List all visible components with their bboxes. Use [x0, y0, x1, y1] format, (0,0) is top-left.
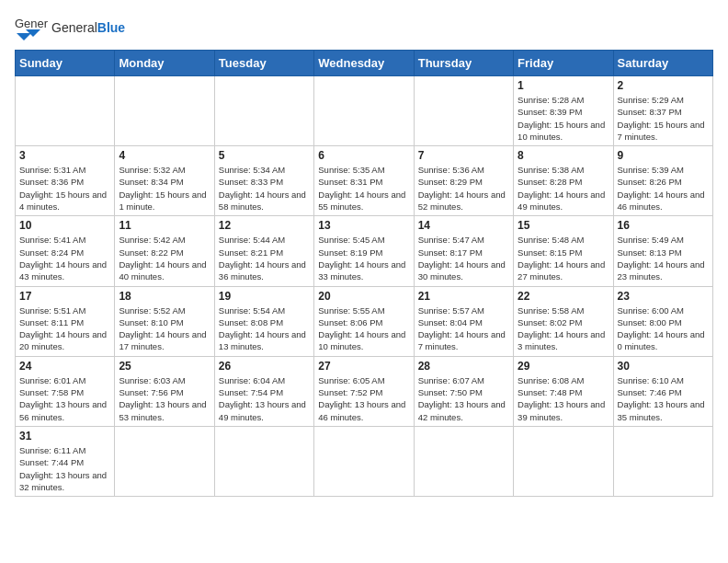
day-cell: 4Sunrise: 5:32 AM Sunset: 8:34 PM Daylig…	[115, 146, 214, 216]
day-number: 5	[219, 149, 310, 162]
weekday-header-saturday: Saturday	[613, 51, 712, 76]
day-info: Sunrise: 5:58 AM Sunset: 8:02 PM Dayligh…	[518, 304, 609, 353]
day-cell: 24Sunrise: 6:01 AM Sunset: 7:58 PM Dayli…	[16, 356, 115, 426]
day-number: 23	[618, 290, 709, 303]
day-info: Sunrise: 6:04 AM Sunset: 7:54 PM Dayligh…	[219, 374, 310, 423]
day-cell: 19Sunrise: 5:54 AM Sunset: 8:08 PM Dayli…	[214, 286, 313, 356]
day-info: Sunrise: 5:54 AM Sunset: 8:08 PM Dayligh…	[219, 304, 310, 353]
day-number: 2	[618, 79, 709, 92]
day-number: 22	[518, 290, 609, 303]
day-info: Sunrise: 5:51 AM Sunset: 8:11 PM Dayligh…	[19, 304, 110, 353]
day-number: 28	[418, 360, 509, 373]
day-cell: 17Sunrise: 5:51 AM Sunset: 8:11 PM Dayli…	[16, 286, 115, 356]
day-cell: 11Sunrise: 5:42 AM Sunset: 8:22 PM Dayli…	[115, 216, 214, 286]
day-info: Sunrise: 5:49 AM Sunset: 8:13 PM Dayligh…	[618, 234, 709, 282]
day-number: 20	[318, 290, 409, 303]
day-info: Sunrise: 5:55 AM Sunset: 8:06 PM Dayligh…	[318, 304, 409, 353]
day-number: 9	[618, 149, 709, 162]
day-info: Sunrise: 6:08 AM Sunset: 7:48 PM Dayligh…	[518, 374, 609, 423]
day-number: 24	[19, 360, 110, 373]
day-number: 15	[518, 219, 609, 232]
week-row-4: 17Sunrise: 5:51 AM Sunset: 8:11 PM Dayli…	[16, 286, 713, 356]
day-cell: 21Sunrise: 5:57 AM Sunset: 8:04 PM Dayli…	[414, 286, 513, 356]
calendar-table: SundayMondayTuesdayWednesdayThursdayFrid…	[15, 50, 713, 497]
day-cell: 2Sunrise: 5:29 AM Sunset: 8:37 PM Daylig…	[613, 76, 712, 146]
day-info: Sunrise: 6:05 AM Sunset: 7:52 PM Dayligh…	[318, 374, 409, 423]
day-number: 10	[19, 219, 110, 232]
logo-icon: General	[15, 15, 48, 40]
day-cell: 27Sunrise: 6:05 AM Sunset: 7:52 PM Dayli…	[314, 356, 414, 426]
day-info: Sunrise: 5:28 AM Sunset: 8:39 PM Dayligh…	[518, 94, 609, 143]
day-cell	[514, 426, 613, 496]
day-cell: 29Sunrise: 6:08 AM Sunset: 7:48 PM Dayli…	[514, 356, 613, 426]
day-cell: 15Sunrise: 5:48 AM Sunset: 8:15 PM Dayli…	[514, 216, 613, 286]
day-number: 6	[318, 149, 409, 162]
day-cell: 13Sunrise: 5:45 AM Sunset: 8:19 PM Dayli…	[314, 216, 414, 286]
day-info: Sunrise: 6:07 AM Sunset: 7:50 PM Dayligh…	[418, 374, 509, 423]
day-cell	[414, 76, 513, 146]
day-cell: 12Sunrise: 5:44 AM Sunset: 8:21 PM Dayli…	[214, 216, 313, 286]
day-number: 8	[518, 149, 609, 162]
day-cell	[115, 76, 214, 146]
day-cell: 22Sunrise: 5:58 AM Sunset: 8:02 PM Dayli…	[514, 286, 613, 356]
day-number: 21	[418, 290, 509, 303]
day-number: 31	[19, 430, 110, 442]
day-cell: 1Sunrise: 5:28 AM Sunset: 8:39 PM Daylig…	[514, 76, 613, 146]
day-info: Sunrise: 6:00 AM Sunset: 8:00 PM Dayligh…	[618, 304, 709, 353]
day-cell	[16, 76, 115, 146]
day-number: 19	[219, 290, 310, 303]
day-number: 4	[119, 149, 210, 162]
day-info: Sunrise: 5:29 AM Sunset: 8:37 PM Dayligh…	[618, 94, 709, 143]
day-info: Sunrise: 6:11 AM Sunset: 7:44 PM Dayligh…	[19, 444, 110, 493]
day-cell	[414, 426, 513, 496]
day-number: 30	[618, 360, 709, 373]
day-number: 25	[119, 360, 210, 373]
day-cell: 28Sunrise: 6:07 AM Sunset: 7:50 PM Dayli…	[414, 356, 513, 426]
weekday-header-wednesday: Wednesday	[314, 51, 414, 76]
day-cell	[214, 426, 313, 496]
weekday-header-thursday: Thursday	[414, 51, 513, 76]
weekday-header-row: SundayMondayTuesdayWednesdayThursdayFrid…	[16, 51, 713, 76]
day-info: Sunrise: 5:39 AM Sunset: 8:26 PM Dayligh…	[618, 164, 709, 213]
day-cell	[613, 426, 712, 496]
weekday-header-sunday: Sunday	[16, 51, 115, 76]
day-number: 18	[119, 290, 210, 303]
week-row-1: 1Sunrise: 5:28 AM Sunset: 8:39 PM Daylig…	[16, 76, 713, 146]
day-cell: 5Sunrise: 5:34 AM Sunset: 8:33 PM Daylig…	[214, 146, 313, 216]
weekday-header-monday: Monday	[115, 51, 214, 76]
day-info: Sunrise: 6:10 AM Sunset: 7:46 PM Dayligh…	[618, 374, 709, 423]
day-info: Sunrise: 5:42 AM Sunset: 8:22 PM Dayligh…	[119, 234, 210, 282]
day-cell: 14Sunrise: 5:47 AM Sunset: 8:17 PM Dayli…	[414, 216, 513, 286]
day-cell: 30Sunrise: 6:10 AM Sunset: 7:46 PM Dayli…	[613, 356, 712, 426]
day-cell: 6Sunrise: 5:35 AM Sunset: 8:31 PM Daylig…	[314, 146, 414, 216]
day-cell	[314, 426, 414, 496]
day-number: 12	[219, 219, 310, 232]
day-cell: 20Sunrise: 5:55 AM Sunset: 8:06 PM Dayli…	[314, 286, 414, 356]
day-info: Sunrise: 6:01 AM Sunset: 7:58 PM Dayligh…	[19, 374, 110, 423]
day-info: Sunrise: 5:36 AM Sunset: 8:29 PM Dayligh…	[418, 164, 509, 213]
header: General GeneralBlue	[15, 15, 713, 40]
weekday-header-friday: Friday	[514, 51, 613, 76]
weekday-header-tuesday: Tuesday	[214, 51, 313, 76]
week-row-6: 31Sunrise: 6:11 AM Sunset: 7:44 PM Dayli…	[16, 426, 713, 496]
logo: General GeneralBlue	[15, 15, 125, 40]
day-number: 13	[318, 219, 409, 232]
day-info: Sunrise: 5:41 AM Sunset: 8:24 PM Dayligh…	[19, 234, 110, 282]
day-number: 1	[518, 79, 609, 92]
day-number: 11	[119, 219, 210, 232]
day-cell: 3Sunrise: 5:31 AM Sunset: 8:36 PM Daylig…	[16, 146, 115, 216]
day-number: 17	[19, 290, 110, 303]
day-cell: 9Sunrise: 5:39 AM Sunset: 8:26 PM Daylig…	[613, 146, 712, 216]
day-cell: 31Sunrise: 6:11 AM Sunset: 7:44 PM Dayli…	[16, 426, 115, 496]
day-cell: 26Sunrise: 6:04 AM Sunset: 7:54 PM Dayli…	[214, 356, 313, 426]
day-number: 14	[418, 219, 509, 232]
day-info: Sunrise: 5:45 AM Sunset: 8:19 PM Dayligh…	[318, 234, 409, 282]
day-info: Sunrise: 5:34 AM Sunset: 8:33 PM Dayligh…	[219, 164, 310, 213]
day-number: 3	[19, 149, 110, 162]
day-info: Sunrise: 6:03 AM Sunset: 7:56 PM Dayligh…	[119, 374, 210, 423]
day-cell	[115, 426, 214, 496]
day-number: 27	[318, 360, 409, 373]
week-row-5: 24Sunrise: 6:01 AM Sunset: 7:58 PM Dayli…	[16, 356, 713, 426]
day-info: Sunrise: 5:52 AM Sunset: 8:10 PM Dayligh…	[119, 304, 210, 353]
day-cell	[214, 76, 313, 146]
